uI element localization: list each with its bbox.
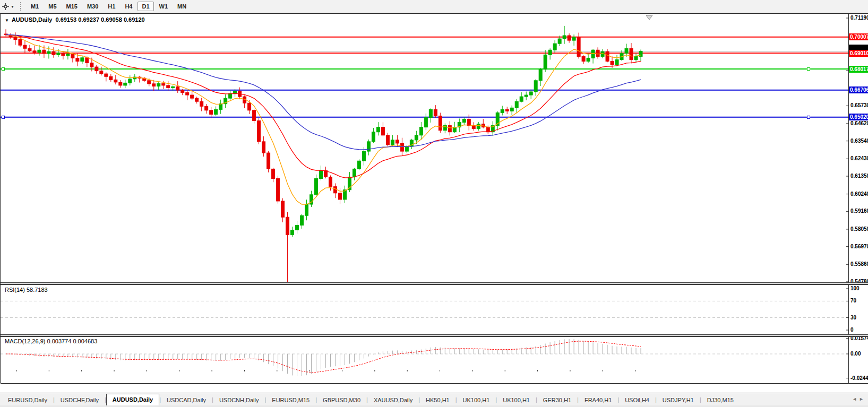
tab-AUDUSD-Daily[interactable]: AUDUSD,Daily	[106, 394, 159, 405]
line-handle[interactable]	[2, 116, 5, 118]
tab-scroll-right-icon[interactable]: ►	[859, 396, 866, 402]
timeframe-button-M30[interactable]: M30	[83, 2, 102, 11]
chart-ohlc-values: 0.69153 0.69237 0.69058 0.69120	[55, 16, 144, 23]
tab-UK100-H1[interactable]: UK100,H1	[497, 395, 536, 405]
chevron-down-icon: ▼	[11, 5, 14, 8]
rsi-panel-layer	[1, 301, 846, 317]
timeframe-button-H4[interactable]: H4	[121, 2, 136, 11]
crosshair-icon	[2, 3, 10, 11]
panel-separator-macd[interactable]	[1, 334, 868, 337]
tab-USDJPY-H1[interactable]: USDJPY,H1	[657, 395, 700, 405]
rsi-axis-tick: 30	[850, 315, 868, 321]
line-handle[interactable]	[2, 68, 5, 71]
cursor-tool-button[interactable]: ▼	[0, 2, 16, 11]
timeframe-button-M5[interactable]: M5	[44, 2, 61, 11]
chart-canvas[interactable]	[1, 14, 848, 384]
rsi-panel-title: RSI(14) 58.7183	[5, 287, 48, 293]
price-axis-tick: 0.59160	[850, 208, 868, 214]
price-axis-tick: 0.55860	[850, 261, 868, 267]
price-line-label[interactable]: 0.66706	[849, 86, 868, 93]
price-axis-tick: 0.62430	[850, 155, 868, 162]
timeframe-button-MN[interactable]: MN	[173, 2, 191, 11]
price-axis-tick: 0.56970	[850, 244, 868, 250]
tab-scroll-left-icon[interactable]: ◄	[852, 396, 859, 402]
price-line-label[interactable]: 0.70007	[849, 33, 868, 40]
price-axis-tick: 0.65730	[850, 102, 868, 109]
tab-USDCNH-Daily[interactable]: USDCNH,Daily	[213, 395, 265, 405]
tab-FRA40-H1[interactable]: FRA40,H1	[579, 395, 617, 405]
tab-DJ30-M15[interactable]: DJ30,M15	[701, 395, 740, 405]
macd-panel-title: MACD(12,26,9) 0.003774 0.004683	[5, 338, 97, 344]
price-axis-tick: 0.64620	[850, 120, 868, 127]
price-axis-tick: 0.61350	[850, 173, 868, 179]
macd-histogram	[6, 339, 641, 376]
price-axis-tick: 0.71190	[850, 15, 868, 21]
tab-GBPUSD-M30[interactable]: GBPUSD,M30	[317, 395, 366, 405]
timeframe-button-M15[interactable]: M15	[62, 2, 82, 11]
price-axis-tick: 0.63540	[850, 138, 868, 144]
chart-menu-caret-icon[interactable]: ▼	[5, 18, 9, 23]
line-handle[interactable]	[807, 116, 810, 118]
chart-tab-bar: EURUSD,Daily|USDCHF,Daily|AUDUSD,Daily|U…	[0, 393, 868, 405]
price-line-label[interactable]: 0.69010	[849, 50, 868, 57]
tab-EURUSD-Daily[interactable]: EURUSD,Daily	[2, 395, 53, 405]
tab-HK50-H1[interactable]: HK50,H1	[420, 395, 456, 405]
price-line-label[interactable]: 0.65020	[849, 114, 868, 120]
price-axis-tick: 0.60240	[850, 191, 868, 197]
timeframe-button-D1[interactable]: D1	[137, 2, 153, 11]
tab-USDCHF-Daily[interactable]: USDCHF,Daily	[55, 395, 105, 405]
macd-axis-tick: 0.00	[850, 351, 868, 357]
timeframe-toolbar: ▼ M1M5M15M30H1H4D1W1MN	[0, 0, 868, 13]
macd-axis-tick: -0.02441	[850, 375, 868, 382]
tab-XAUUSD-Daily[interactable]: XAUUSD,Daily	[368, 395, 418, 405]
rsi-line	[6, 295, 641, 330]
chart-window[interactable]: ▼AUDUSD,Daily 0.69153 0.69237 0.69058 0.…	[0, 13, 868, 383]
tab-EURUSD-M15[interactable]: EURUSD,M15	[266, 395, 315, 405]
tab-UK100-H1[interactable]: UK100,H1	[457, 395, 496, 405]
panel-separator-rsi[interactable]	[1, 282, 868, 285]
rsi-axis-tick: 0	[850, 327, 868, 333]
tab-GER30-H1[interactable]: GER30,H1	[537, 395, 577, 405]
tab-scroll-arrows[interactable]: ◄►	[852, 396, 866, 402]
rsi-axis-tick: 70	[850, 298, 868, 304]
chart-symbol-period: AUDUSD,Daily	[12, 16, 52, 23]
tab-USOil-H4[interactable]: USOil,H4	[619, 395, 655, 405]
timeframe-button-H1[interactable]: H1	[104, 2, 119, 11]
chart-shift-marker[interactable]	[646, 15, 652, 20]
rsi-axis-tick: 100	[850, 285, 868, 292]
horizontal-lines-layer[interactable]	[1, 37, 848, 119]
mt4-terminal: ▼ M1M5M15M30H1H4D1W1MN ▼AUDUSD,Daily 0.6…	[0, 0, 868, 407]
macd-panel-layer	[1, 339, 846, 376]
price-axis-tick: 0.58050	[850, 226, 868, 232]
tab-USDCAD-Daily[interactable]: USDCAD,Daily	[161, 395, 212, 405]
price-line-label[interactable]: 0.68017	[849, 66, 868, 73]
timeframe-button-W1[interactable]: W1	[155, 2, 173, 11]
timeframe-button-M1[interactable]: M1	[27, 2, 43, 11]
date-axis-line	[1, 383, 868, 384]
toolbar-grip[interactable]	[20, 2, 23, 11]
chart-title: ▼AUDUSD,Daily 0.69153 0.69237 0.69058 0.…	[5, 16, 145, 23]
line-handle[interactable]	[807, 68, 810, 71]
